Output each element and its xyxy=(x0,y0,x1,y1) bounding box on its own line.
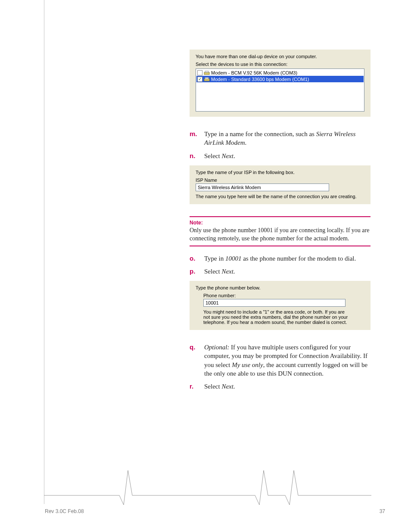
main-content: You have more than one dial-up device on… xyxy=(190,50,371,396)
note-rule-top xyxy=(190,216,371,217)
page: You have more than one dial-up device on… xyxy=(0,0,411,532)
note-heading: Note: xyxy=(190,220,371,226)
step-text: Select Next. xyxy=(204,267,235,276)
step-r: r. Select Next. xyxy=(190,382,371,391)
step-text: Type in 10001 as the phone number for th… xyxy=(204,254,356,263)
footer-left: Rev 3.0C Feb.08 xyxy=(45,508,84,514)
footer-page-number: 37 xyxy=(380,508,385,514)
isp-name-input[interactable] xyxy=(196,184,329,191)
step-bullet: o. xyxy=(190,254,199,263)
step-text: Optional: If you have multiple users con… xyxy=(204,343,371,378)
footer-decoration xyxy=(44,465,371,506)
step-bullet: q. xyxy=(190,343,199,378)
isp-name-panel: Type the name of your ISP in the followi… xyxy=(190,165,371,204)
device-item[interactable]: Modem - BCM V.92 56K Modem (COM3) xyxy=(196,69,364,76)
checkbox-checked-icon[interactable]: ✓ xyxy=(197,77,202,82)
panel2-hint: The name you type here will be the name … xyxy=(196,194,364,199)
page-footer: Rev 3.0C Feb.08 37 xyxy=(0,508,411,514)
step-o: o. Type in 10001 as the phone number for… xyxy=(190,254,371,263)
left-margin-rule xyxy=(44,0,44,504)
step-bullet: p. xyxy=(190,267,199,276)
device-item-selected[interactable]: ✓ Modem - Standard 33600 bps Modem (COM1… xyxy=(196,76,364,82)
steps-c: q. Optional: If you have multiple users … xyxy=(190,343,371,391)
device-list[interactable]: Modem - BCM V.92 56K Modem (COM3) ✓ Mode… xyxy=(196,68,364,112)
panel2-prompt: Type the name of your ISP in the followi… xyxy=(196,170,364,175)
svg-rect-1 xyxy=(205,71,209,72)
note-rule-bottom xyxy=(190,246,371,246)
modem-icon xyxy=(204,76,210,82)
steps-a: m. Type in a name for the connection, su… xyxy=(190,130,371,160)
svg-rect-3 xyxy=(205,78,209,79)
panel1-line1: You have more than one dial-up device on… xyxy=(196,54,364,59)
isp-name-label: ISP Name xyxy=(196,177,364,183)
step-q: q. Optional: If you have multiple users … xyxy=(190,343,371,378)
phone-number-panel: Type the phone number below. Phone numbe… xyxy=(190,281,371,330)
step-bullet: n. xyxy=(190,152,199,160)
phone-number-input[interactable] xyxy=(203,299,346,307)
device-label: Modem - BCM V.92 56K Modem (COM3) xyxy=(211,70,297,75)
step-p: p. Select Next. xyxy=(190,267,371,276)
phone-label: Phone number: xyxy=(203,293,364,298)
modem-icon xyxy=(204,70,210,76)
note-block: Note: Only use the phone number 10001 if… xyxy=(190,216,371,246)
note-body: Only use the phone number 10001 if you a… xyxy=(190,227,371,243)
step-text: Select Next. xyxy=(204,152,235,160)
steps-b: o. Type in 10001 as the phone number for… xyxy=(190,254,371,276)
device-label: Modem - Standard 33600 bps Modem (COM1) xyxy=(211,77,309,82)
step-m: m. Type in a name for the connection, su… xyxy=(190,130,371,147)
panel3-hint: You might need to include a "1" or the a… xyxy=(203,309,350,325)
device-select-panel: You have more than one dial-up device on… xyxy=(190,50,371,117)
panel1-line2: Select the devices to use in this connec… xyxy=(196,62,364,67)
step-bullet: m. xyxy=(190,130,199,147)
svg-rect-2 xyxy=(204,79,209,81)
step-text: Select Next. xyxy=(204,382,235,391)
svg-rect-0 xyxy=(204,72,209,75)
step-n: n. Select Next. xyxy=(190,152,371,160)
panel3-prompt: Type the phone number below. xyxy=(196,285,364,290)
step-text: Type in a name for the connection, such … xyxy=(204,130,371,147)
step-bullet: r. xyxy=(190,382,199,391)
checkbox-icon[interactable] xyxy=(197,70,202,75)
